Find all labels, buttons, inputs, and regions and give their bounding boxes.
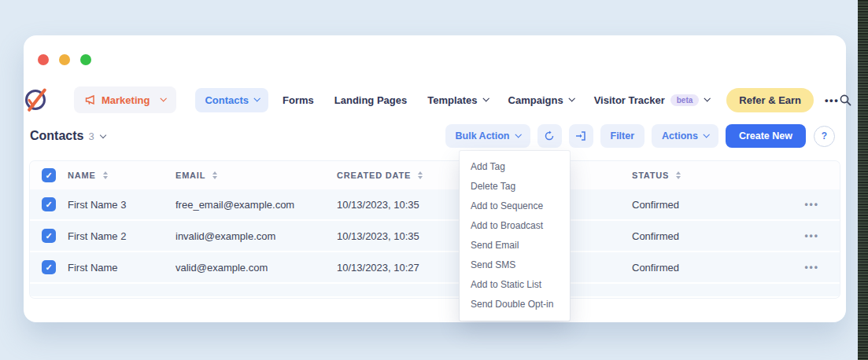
page-toolbar: Contacts 3 Bulk Action Filter Actions Cr… <box>30 120 835 152</box>
chevron-down-icon <box>568 95 574 101</box>
window-controls <box>38 54 91 65</box>
nav-item-visitor-tracker[interactable]: Visitor Tracker beta <box>594 94 710 106</box>
import-icon <box>575 130 586 141</box>
sort-icon[interactable] <box>103 171 108 179</box>
cell-status: Confirmed <box>632 199 792 211</box>
table-row[interactable]: ✓ First Name 3 free_email@example.com 10… <box>30 189 840 221</box>
product-switcher-marketing[interactable]: Marketing <box>74 86 176 113</box>
sort-icon[interactable] <box>212 171 217 179</box>
bulk-action-menu: Add Tag Delete Tag Add to Sequence Add t… <box>460 151 570 321</box>
table-footer-strip <box>30 284 840 298</box>
sort-icon[interactable] <box>676 171 681 179</box>
column-header-status[interactable]: STATUS <box>632 171 792 180</box>
nav-item-refer-earn[interactable]: Refer & Earn <box>726 88 814 112</box>
row-menu-icon[interactable]: ••• <box>792 230 840 241</box>
app-window: Marketing Contacts Forms Landing Pages T… <box>24 35 846 322</box>
window-close-dot[interactable] <box>38 54 49 65</box>
row-checkbox[interactable]: ✓ <box>42 229 56 243</box>
background-texture-strip <box>858 0 868 360</box>
cell-email: valid@example.com <box>175 262 337 274</box>
refresh-button[interactable] <box>537 124 562 148</box>
row-checkbox[interactable]: ✓ <box>42 197 56 211</box>
import-button[interactable] <box>569 124 593 148</box>
nav-item-landing-pages[interactable]: Landing Pages <box>334 94 407 106</box>
cell-name: First Name 2 <box>68 230 175 242</box>
help-button[interactable]: ? <box>814 126 835 147</box>
nav-item-forms[interactable]: Forms <box>283 94 314 106</box>
menu-item-add-tag[interactable]: Add Tag <box>460 156 570 176</box>
chevron-down-icon <box>253 95 260 101</box>
cell-email: invalid@example.com <box>175 230 337 242</box>
cell-status: Confirmed <box>632 230 792 242</box>
actions-button[interactable]: Actions <box>652 124 718 148</box>
create-new-button[interactable]: Create New <box>726 124 806 148</box>
menu-item-send-email[interactable]: Send Email <box>460 235 570 255</box>
row-menu-icon[interactable]: ••• <box>792 262 840 273</box>
chevron-down-icon <box>482 95 489 101</box>
chevron-down-icon <box>515 131 521 138</box>
chevron-down-icon <box>704 95 711 101</box>
nav-item-templates[interactable]: Templates <box>427 94 487 106</box>
window-minimize-dot[interactable] <box>59 54 70 65</box>
sort-icon[interactable] <box>418 171 423 179</box>
row-checkbox[interactable]: ✓ <box>42 260 56 274</box>
cell-status: Confirmed <box>632 262 792 274</box>
menu-item-add-to-sequence[interactable]: Add to Sequence <box>460 196 570 215</box>
menu-item-add-to-static-list[interactable]: Add to Static List <box>460 274 570 294</box>
chevron-down-icon[interactable] <box>99 131 105 138</box>
menu-item-send-sms[interactable]: Send SMS <box>460 255 570 274</box>
contacts-count: 3 <box>88 130 94 142</box>
bulk-action-button[interactable]: Bulk Action <box>445 124 530 148</box>
chevron-down-icon <box>161 95 167 101</box>
chevron-down-icon <box>703 131 709 138</box>
window-maximize-dot[interactable] <box>80 54 91 65</box>
beta-badge: beta <box>670 94 700 106</box>
refresh-icon <box>544 130 555 141</box>
top-navbar: Marketing Contacts Forms Landing Pages T… <box>24 83 846 117</box>
menu-item-add-to-broadcast[interactable]: Add to Broadcast <box>460 215 570 235</box>
menu-item-send-double-opt-in[interactable]: Send Double Opt-in <box>460 294 570 314</box>
cell-name: First Name 3 <box>68 199 175 211</box>
table-row[interactable]: ✓ First Name valid@example.com 10/13/202… <box>30 252 840 284</box>
column-header-email[interactable]: EMAIL <box>175 171 337 180</box>
column-header-name[interactable]: NAME <box>68 171 175 180</box>
megaphone-icon <box>85 95 96 105</box>
cell-email: free_email@example.com <box>175 199 337 211</box>
page-title: Contacts <box>30 129 83 143</box>
product-label: Marketing <box>102 94 150 106</box>
contacts-table: ✓ NAME EMAIL CREATED DATE STATUS ✓ First… <box>30 161 840 298</box>
cell-name: First Name <box>68 262 175 274</box>
table-row[interactable]: ✓ First Name 2 invalid@example.com 10/13… <box>30 221 840 252</box>
search-icon[interactable] <box>839 94 852 107</box>
nav-item-campaigns[interactable]: Campaigns <box>508 94 574 106</box>
select-all-checkbox[interactable]: ✓ <box>42 168 56 182</box>
table-header-row: ✓ NAME EMAIL CREATED DATE STATUS <box>30 161 840 189</box>
menu-item-delete-tag[interactable]: Delete Tag <box>460 176 570 196</box>
nav-more-menu[interactable]: ••• <box>825 94 839 106</box>
nav-item-contacts[interactable]: Contacts <box>195 88 268 112</box>
filter-button[interactable]: Filter <box>600 124 645 148</box>
brand-logo-icon <box>25 87 50 112</box>
row-menu-icon[interactable]: ••• <box>792 199 840 210</box>
